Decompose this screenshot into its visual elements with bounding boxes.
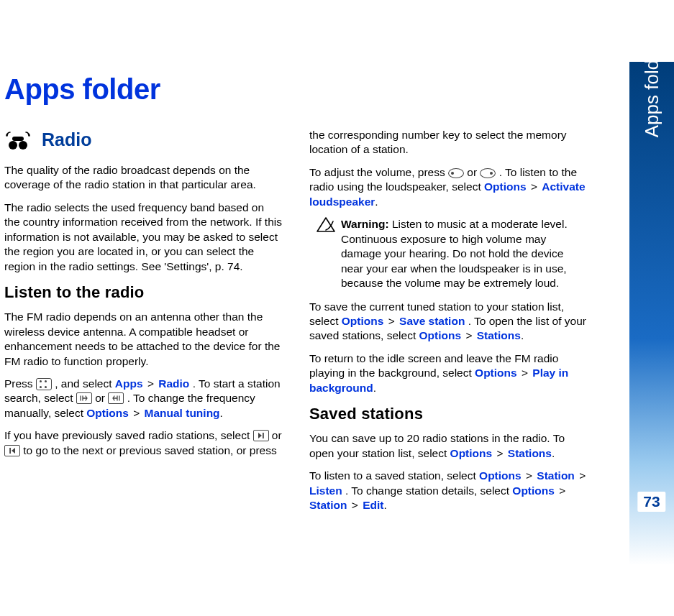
text: . To change station details, select	[345, 484, 512, 497]
ui-path-listen: Listen	[309, 484, 342, 497]
sep: >	[387, 315, 399, 327]
svg-rect-3	[263, 433, 264, 438]
ui-path-station: Station	[537, 469, 575, 482]
side-tab-label: Apps folder	[641, 43, 663, 138]
warning-icon	[316, 217, 335, 233]
svg-rect-2	[12, 137, 24, 141]
ui-path-options: Options	[479, 469, 522, 482]
text: To listen to a saved station, select	[309, 469, 479, 482]
ui-path-edit: Edit	[363, 499, 383, 511]
text: To adjust the volume, press	[309, 166, 448, 178]
subheading-listen: Listen to the radio	[4, 282, 282, 303]
sep: >	[146, 377, 158, 390]
ui-path-options: Options	[450, 447, 493, 459]
sep: >	[524, 469, 537, 482]
seek-down-icon	[108, 392, 124, 404]
radio-icon	[4, 129, 32, 151]
subheading-saved: Saved stations	[309, 403, 587, 424]
paragraph: If you have previously saved radio stati…	[4, 428, 282, 458]
text: to go to the next or previous saved stat…	[23, 444, 276, 456]
text: .	[521, 329, 524, 341]
ui-path-options: Options	[419, 329, 462, 341]
seek-up-icon	[76, 392, 92, 404]
ui-path-manual-tuning: Manual tuning	[145, 407, 220, 419]
sep: >	[464, 329, 476, 341]
sep: >	[557, 484, 567, 497]
ui-path-options: Options	[86, 407, 129, 419]
text: .	[375, 196, 378, 208]
page: Apps folder 73 Apps folder	[0, 0, 674, 616]
paragraph: The quality of the radio broadcast depen…	[4, 163, 282, 193]
ui-path-stations: Stations	[508, 447, 552, 459]
scroll-left-icon	[448, 168, 464, 178]
text: Press	[4, 377, 36, 390]
text: .	[220, 407, 223, 419]
ui-path-options: Options	[512, 484, 555, 497]
page-number: 73	[637, 492, 665, 512]
text: .	[383, 499, 386, 511]
paragraph: The FM radio depends on an antenna other…	[4, 310, 282, 369]
ui-path-station: Station	[309, 499, 347, 511]
ui-path-options: Options	[342, 315, 384, 327]
svg-point-1	[19, 141, 27, 150]
column-right: the corresponding number key to select t…	[309, 128, 587, 521]
paragraph: You can save up to 20 radio stations in …	[309, 431, 587, 461]
radio-heading-label: Radio	[42, 128, 91, 152]
scroll-right-icon	[480, 168, 496, 178]
paragraph: To adjust the volume, press or . To list…	[309, 165, 587, 209]
paragraph: Press , and select Apps > Radio . To sta…	[4, 377, 282, 420]
paragraph: the corresponding number key to select t…	[309, 128, 587, 157]
column-left: Radio The quality of the radio broadcast…	[4, 128, 282, 521]
paragraph: To return to the idle screen and leave t…	[309, 351, 587, 395]
text: or	[95, 392, 108, 404]
svg-rect-4	[9, 448, 11, 454]
warning-label: Warning:	[341, 218, 389, 230]
paragraph: The radio selects the used frequency ban…	[4, 201, 282, 274]
text: If you have previously saved radio stati…	[4, 429, 253, 441]
ui-path-options: Options	[475, 367, 517, 379]
text: .	[552, 447, 555, 459]
page-title: Apps folder	[4, 73, 160, 106]
warning-block: Warning: Listen to music at a moderate l…	[316, 217, 587, 290]
ui-path-stations: Stations	[477, 329, 521, 341]
text: .	[373, 382, 376, 394]
ui-path-apps: Apps	[115, 377, 143, 390]
text: or	[272, 429, 282, 441]
svg-point-0	[9, 141, 17, 150]
sep: >	[520, 367, 532, 379]
sep: >	[350, 499, 363, 511]
side-tab: Apps folder 73	[629, 62, 674, 565]
next-station-icon	[253, 430, 269, 441]
text: or	[467, 166, 480, 178]
body-columns: Radio The quality of the radio broadcast…	[4, 128, 587, 521]
sep: >	[529, 180, 542, 193]
sep: >	[132, 407, 144, 419]
ui-path-radio: Radio	[158, 377, 189, 390]
menu-key-icon	[36, 378, 52, 390]
sep: >	[495, 447, 507, 459]
sep: >	[578, 469, 587, 482]
prev-station-icon	[4, 445, 20, 456]
ui-path-save-station: Save station	[399, 315, 465, 327]
ui-path-options: Options	[484, 180, 527, 193]
radio-heading-row: Radio	[4, 128, 282, 152]
warning-text: Warning: Listen to music at a moderate l…	[341, 217, 587, 290]
paragraph: To listen to a saved station, select Opt…	[309, 469, 587, 512]
text: , and select	[55, 377, 115, 390]
paragraph: To save the current tuned station to you…	[309, 300, 587, 344]
